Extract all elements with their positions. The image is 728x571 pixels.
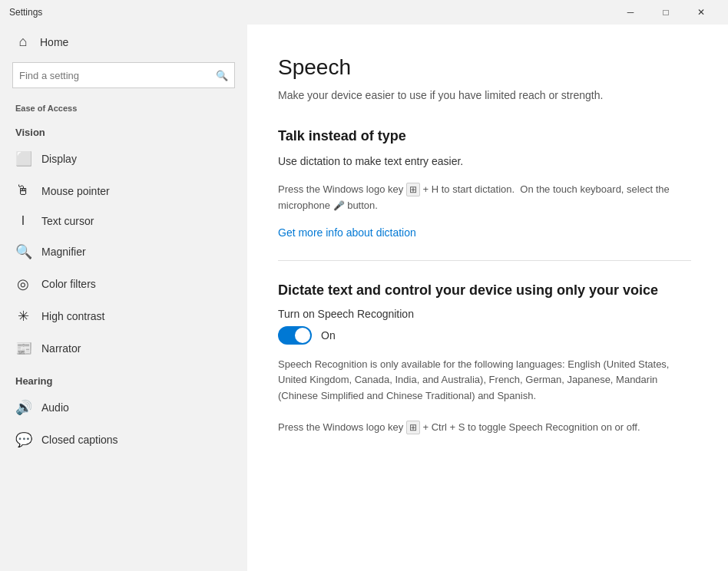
shortcut-text: Press the Windows logo key ⊞ + Ctrl + S … <box>278 420 691 436</box>
sidebar-item-text-cursor[interactable]: I Text cursor <box>0 206 247 236</box>
vision-category-label: Vision <box>0 116 247 143</box>
sidebar-item-closed-captions[interactable]: 💬 Closed captions <box>0 424 247 456</box>
sidebar-item-label: High contrast <box>41 310 104 322</box>
text-cursor-icon: I <box>15 214 31 228</box>
speech-recognition-toggle-row: On <box>278 326 691 345</box>
sidebar-item-label: Magnifier <box>41 246 86 258</box>
main-content: Speech Make your device easier to use if… <box>247 25 728 571</box>
search-input[interactable] <box>19 70 216 81</box>
narrator-icon: 📰 <box>15 340 31 357</box>
title-bar: Settings ─ □ ✕ <box>0 0 728 25</box>
breadcrumb: Ease of Access <box>0 97 247 116</box>
sidebar: ⌂ Home 🔍 Ease of Access Vision ⬜ Display… <box>0 25 247 571</box>
high-contrast-icon: ✳ <box>15 308 31 325</box>
sidebar-item-label: Mouse pointer <box>41 185 110 197</box>
magnifier-icon: 🔍 <box>15 243 31 260</box>
app-body: ⌂ Home 🔍 Ease of Access Vision ⬜ Display… <box>0 25 728 571</box>
sidebar-item-display[interactable]: ⬜ Display <box>0 143 247 175</box>
page-title: Speech <box>278 55 691 80</box>
minimize-button[interactable]: ─ <box>613 0 648 25</box>
search-box: 🔍 <box>12 62 235 88</box>
sidebar-item-label: Closed captions <box>41 434 118 446</box>
sidebar-item-label: Text cursor <box>41 215 94 227</box>
display-icon: ⬜ <box>15 150 31 167</box>
sidebar-item-high-contrast[interactable]: ✳ High contrast <box>0 300 247 332</box>
microphone-symbol: 🎤 <box>333 200 345 211</box>
speech-recognition-toggle[interactable] <box>278 326 312 345</box>
sidebar-item-color-filters[interactable]: ◎ Color filters <box>0 268 247 300</box>
sidebar-item-label: Audio <box>41 401 69 414</box>
sidebar-item-narrator[interactable]: 📰 Narrator <box>0 332 247 365</box>
sidebar-item-home[interactable]: ⌂ Home <box>0 25 247 59</box>
sidebar-item-label: Display <box>41 153 77 165</box>
toggle-thumb <box>295 328 310 343</box>
sidebar-item-mouse-pointer[interactable]: 🖱 Mouse pointer <box>0 175 247 206</box>
color-filters-icon: ◎ <box>15 276 31 292</box>
toggle-label: Turn on Speech Recognition <box>278 308 691 320</box>
sidebar-item-label: Narrator <box>41 342 81 355</box>
windows-key-symbol: ⊞ <box>406 183 420 196</box>
audio-icon: 🔊 <box>15 399 31 416</box>
section2-heading: Dictate text and control your device usi… <box>278 282 691 299</box>
windows-key-symbol2: ⊞ <box>406 421 420 434</box>
search-icon: 🔍 <box>216 70 228 81</box>
hearing-category-label: Hearing <box>0 365 247 391</box>
section1-heading: Talk instead of type <box>278 128 691 144</box>
section-divider <box>278 260 691 261</box>
section1-description: Use dictation to make text entry easier. <box>278 153 691 170</box>
app-title: Settings <box>9 7 42 18</box>
mouse-pointer-icon: 🖱 <box>15 183 31 199</box>
home-label: Home <box>40 36 68 48</box>
page-subtitle: Make your device easier to use if you ha… <box>278 87 691 104</box>
toggle-track <box>278 326 312 345</box>
closed-captions-icon: 💬 <box>15 431 31 448</box>
close-button[interactable]: ✕ <box>683 0 719 25</box>
window-controls: ─ □ ✕ <box>613 0 719 25</box>
sidebar-item-magnifier[interactable]: 🔍 Magnifier <box>0 236 247 268</box>
sidebar-item-audio[interactable]: 🔊 Audio <box>0 391 247 424</box>
dictation-info-link[interactable]: Get more info about dictation <box>278 226 416 239</box>
maximize-button[interactable]: □ <box>648 0 683 25</box>
toggle-state-text: On <box>321 329 336 342</box>
sidebar-item-label: Color filters <box>41 278 96 290</box>
speech-recognition-info: Speech Recognition is only available for… <box>278 357 691 404</box>
home-icon: ⌂ <box>15 34 31 50</box>
section1-info: Press the Windows logo key ⊞ + H to star… <box>278 182 691 214</box>
